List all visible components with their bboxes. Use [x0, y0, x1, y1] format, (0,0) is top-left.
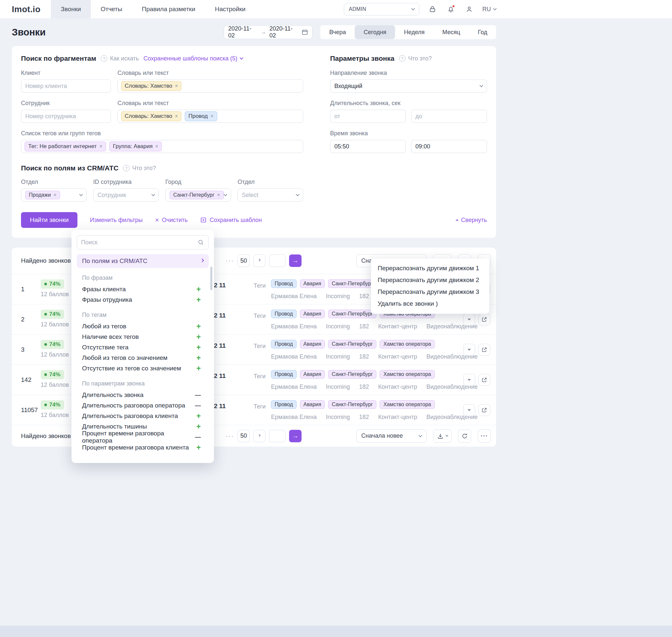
panel-crm-fields-item[interactable]: По полям из CRM/АТС [77, 254, 209, 268]
duration-from-input[interactable] [330, 110, 406, 123]
user-icon[interactable] [464, 4, 474, 15]
more-actions-button[interactable]: ··· [478, 430, 491, 443]
close-icon[interactable]: × [175, 84, 178, 89]
panel-item[interactable]: Фразы клиента+ [77, 284, 209, 294]
context-menu-item-1[interactable]: Перераспознать другим движком 1 [371, 262, 489, 274]
period-button-2[interactable]: Сегодня [355, 25, 395, 39]
share-row-button[interactable] [479, 404, 490, 416]
context-menu-item-4[interactable]: Удалить все звонки ) [371, 298, 489, 310]
filter-chip[interactable]: Группа: Авария× [109, 142, 162, 151]
go-to-page-button[interactable]: → [289, 430, 301, 442]
next-page-button[interactable] [253, 254, 265, 267]
remove-icon[interactable]: — [195, 392, 201, 398]
filter-chip[interactable]: Провод× [185, 111, 217, 121]
saved-templates-link[interactable]: Сохраненные шаблоны поиска (5) [143, 55, 243, 62]
remove-icon[interactable]: — [195, 434, 201, 440]
add-icon[interactable]: + [197, 365, 201, 372]
call-tag[interactable]: Авария [300, 310, 325, 318]
share-row-button[interactable] [479, 344, 490, 356]
call-tag[interactable]: Провод [271, 400, 297, 409]
scrollbar-thumb[interactable] [210, 267, 212, 290]
go-to-page-button[interactable]: → [289, 254, 301, 267]
add-icon[interactable]: + [197, 286, 201, 293]
refresh-button[interactable] [458, 430, 471, 443]
close-icon[interactable]: × [217, 193, 220, 198]
call-tag[interactable]: Санкт-Петербург [328, 370, 376, 379]
call-tag[interactable]: Провод [271, 279, 297, 288]
nav-item-1[interactable]: Звонки [51, 0, 91, 18]
page-size-button[interactable]: 50 [238, 254, 250, 267]
add-icon[interactable]: + [197, 413, 201, 420]
bell-icon[interactable] [446, 4, 456, 15]
call-tag[interactable]: Провод [271, 370, 297, 379]
date-range-picker[interactable]: 2020-11-02 → 2020-11-02 [224, 25, 312, 39]
dictionary-chipbox-1[interactable]: Словарь: Хамство× [117, 79, 303, 93]
page-size-button[interactable]: 50 [238, 430, 250, 442]
close-icon[interactable]: × [210, 114, 213, 119]
call-tag[interactable]: Хамство оператора [380, 340, 434, 348]
add-icon[interactable]: + [197, 296, 201, 304]
filter-chip[interactable]: Словарь: Хамство× [121, 81, 182, 91]
edit-filters-link[interactable]: Изменить фильтры [90, 217, 143, 224]
filter-chip[interactable]: Словарь: Хамство× [121, 111, 182, 121]
time-from-input[interactable] [330, 140, 406, 153]
share-row-button[interactable] [479, 313, 490, 325]
crm-field-select-3[interactable]: Санкт-Петербург× [165, 188, 231, 202]
question-icon[interactable]: ? [123, 165, 130, 171]
period-button-3[interactable]: Неделя [395, 25, 433, 39]
panel-search-input[interactable] [77, 235, 209, 250]
download-button[interactable] [433, 430, 451, 443]
call-tag[interactable]: Хамство оператора [380, 400, 434, 409]
panel-item[interactable]: Длительность звонка— [77, 390, 209, 400]
call-tag[interactable]: Санкт-Петербург [328, 340, 376, 348]
expand-row-button[interactable] [463, 374, 475, 386]
client-input[interactable] [21, 79, 111, 93]
collapse-link[interactable]: Свернуть [456, 217, 487, 224]
call-tag[interactable]: Провод [271, 340, 297, 348]
panel-item[interactable]: Любой из тегов+ [77, 321, 209, 332]
add-icon[interactable]: + [197, 323, 201, 330]
add-icon[interactable]: + [197, 444, 201, 452]
add-icon[interactable]: + [197, 423, 201, 431]
clear-filters-link[interactable]: × Очистить [155, 216, 188, 224]
filter-chip[interactable]: Санкт-Петербург× [170, 191, 224, 199]
panel-item[interactable]: Длительность разговора оператора— [77, 400, 209, 411]
expand-row-button[interactable] [463, 344, 475, 356]
admin-select[interactable]: ADMIN [344, 3, 419, 15]
panel-item[interactable]: Фразы отрудника+ [77, 294, 209, 305]
call-tag[interactable]: Авария [300, 279, 325, 288]
panel-item[interactable]: Длительность разговора клиента+ [77, 411, 209, 421]
duration-to-input[interactable] [411, 110, 487, 123]
question-icon[interactable]: ? [399, 55, 406, 62]
language-select[interactable]: RU [482, 6, 496, 13]
nav-item-2[interactable]: Отчеты [91, 0, 132, 18]
lock-icon[interactable] [427, 4, 438, 15]
add-icon[interactable]: + [197, 333, 201, 341]
period-button-1[interactable]: Вчера [320, 25, 355, 39]
crm-field-select-4[interactable]: Select [238, 188, 303, 202]
panel-item[interactable]: Процент времени разговора клиента+ [77, 442, 209, 453]
direction-select[interactable]: Входящий [330, 79, 487, 93]
call-tag[interactable]: Хамство оператора [380, 370, 434, 379]
expand-row-button[interactable] [463, 313, 475, 325]
call-tag[interactable]: Авария [300, 370, 325, 379]
next-page-button[interactable] [253, 430, 265, 442]
panel-item[interactable]: Отсутствие из тегов со значением+ [77, 363, 209, 374]
dictionary-chipbox-2[interactable]: Словарь: Хамство×Провод× [117, 110, 303, 123]
call-tag[interactable]: Санкт-Петербург [328, 279, 376, 288]
call-tag[interactable]: Провод [271, 310, 297, 318]
tags-chipbox[interactable]: Тег: Не работает интернет×Группа: Авария… [21, 140, 303, 153]
save-template-link[interactable]: Сохранить шаблон [200, 217, 262, 224]
sort-select[interactable]: Сначала новее [356, 430, 427, 443]
nav-item-4[interactable]: Настройки [205, 0, 255, 18]
context-menu-item-3[interactable]: Перераспознать другим движком 3 [371, 286, 489, 298]
find-calls-button[interactable]: Найти звонки [21, 212, 77, 228]
page-number-input[interactable] [269, 254, 285, 267]
nav-item-3[interactable]: Правила разметки [132, 0, 205, 18]
panel-item[interactable]: Процент времени разговора оператора— [77, 432, 209, 442]
call-tag[interactable]: Санкт-Петербург [328, 310, 376, 318]
call-tag[interactable]: Авария [300, 340, 325, 348]
page-number-input[interactable] [269, 430, 285, 442]
period-button-5[interactable]: Год [469, 25, 496, 39]
call-tag[interactable]: Санкт-Петербург [328, 400, 376, 409]
